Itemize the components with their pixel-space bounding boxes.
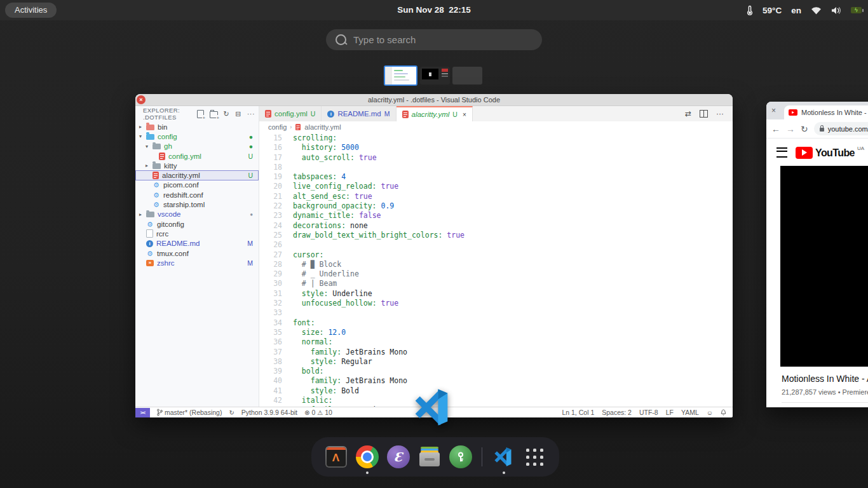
chevron-icon: ▸ bbox=[139, 124, 146, 130]
keyboard-layout[interactable]: en bbox=[791, 6, 801, 15]
workspace-thumbnail-active[interactable] bbox=[384, 65, 417, 86]
line-number: 38 bbox=[259, 357, 293, 367]
split-editor-icon[interactable] bbox=[700, 110, 708, 118]
tree-item-gitconfig[interactable]: ⚙gitconfig bbox=[135, 219, 259, 229]
volume-icon bbox=[831, 6, 841, 15]
dock-item-file-manager[interactable] bbox=[417, 445, 441, 469]
tree-item-rcrc[interactable]: rcrc bbox=[135, 229, 259, 238]
window-close-icon[interactable]: × bbox=[137, 95, 146, 104]
feedback-smiley-icon[interactable]: ☺ bbox=[707, 409, 713, 416]
dock-item-alacritty[interactable]: Λ bbox=[324, 445, 348, 469]
workspace-thumbnail-empty[interactable] bbox=[452, 67, 482, 85]
dock-item-app-grid[interactable] bbox=[523, 445, 546, 469]
explorer-header-label: EXPLORER: .DOTFILES bbox=[143, 107, 197, 121]
chrome-tab-strip: × Motionless In White - ◄) bbox=[766, 102, 868, 119]
tree-item-picom.conf[interactable]: ⚙picom.conf bbox=[135, 180, 259, 190]
code-line-19: 19tabspaces: 4 bbox=[259, 172, 733, 182]
dock-item-vscode[interactable] bbox=[492, 445, 515, 469]
tree-item-alacritty.yml[interactable]: alacritty.ymlU bbox=[135, 170, 259, 180]
refresh-icon[interactable]: ↻ bbox=[224, 111, 230, 118]
line-number: 16 bbox=[259, 143, 293, 152]
status-item[interactable]: YAML bbox=[681, 409, 699, 416]
clock[interactable]: Sun Nov 28 22:15 bbox=[397, 0, 471, 20]
tree-item-starship.toml[interactable]: ⚙starship.toml bbox=[135, 200, 259, 209]
more-actions-icon[interactable]: ··· bbox=[247, 111, 255, 118]
line-number: 23 bbox=[259, 211, 293, 220]
search-input[interactable]: Type to search bbox=[326, 29, 542, 50]
activities-button[interactable]: Activities bbox=[5, 3, 57, 18]
open-changes-icon[interactable]: ⇄ bbox=[685, 109, 691, 118]
youtube-header: YouTube UA bbox=[766, 139, 868, 166]
video-title: Motionless In White - Anot bbox=[782, 374, 868, 384]
git-status-badge: U bbox=[248, 172, 253, 179]
chrome-icon bbox=[356, 445, 379, 468]
notifications-bell-icon[interactable] bbox=[721, 409, 726, 416]
gear-icon: ⚙ bbox=[146, 250, 154, 257]
new-file-icon[interactable] bbox=[197, 110, 204, 118]
vscode-window[interactable]: × alacritty.yml - .dotfiles - Visual Stu… bbox=[135, 94, 733, 417]
tree-item-config.yml[interactable]: config.ymlU bbox=[135, 151, 259, 161]
chrome-active-tab[interactable]: Motionless In White - ◄) bbox=[784, 105, 868, 119]
dock-item-emacs[interactable]: Ɛ bbox=[386, 445, 410, 469]
tree-item-label: starship.toml bbox=[163, 201, 205, 208]
git-branch-status[interactable]: master* (Rebasing) bbox=[157, 409, 222, 416]
battery-charging-icon: ϟ bbox=[851, 7, 862, 13]
video-player[interactable] bbox=[780, 166, 868, 367]
python-interpreter[interactable]: Python 3.9.9 64-bit bbox=[241, 409, 297, 416]
code-line-25: 25draw_bold_text_with_bright_colors: tru… bbox=[259, 231, 733, 240]
sync-icon[interactable]: ↻ bbox=[229, 409, 234, 416]
editor-more-icon[interactable]: ··· bbox=[716, 109, 724, 118]
back-icon[interactable]: ← bbox=[771, 124, 780, 134]
new-folder-icon[interactable] bbox=[210, 111, 218, 118]
tab-close-icon[interactable]: × bbox=[771, 106, 776, 115]
problems-status[interactable]: ⊗0 ⚠10 bbox=[304, 409, 332, 416]
status-item[interactable]: UTF-8 bbox=[639, 409, 658, 416]
youtube-logo[interactable]: YouTube UA bbox=[796, 147, 864, 159]
tab-config-yml[interactable]: config.yml U bbox=[259, 106, 322, 121]
line-number: 22 bbox=[259, 201, 293, 211]
keepassxc-icon bbox=[449, 445, 472, 468]
tab-close-icon[interactable]: × bbox=[463, 111, 466, 118]
vscode-icon bbox=[494, 447, 514, 467]
workspace-thumbnail-youtube[interactable] bbox=[420, 67, 450, 85]
line-number: 35 bbox=[259, 328, 293, 337]
status-item[interactable]: LF bbox=[666, 409, 674, 416]
tree-item-README.md[interactable]: iREADME.mdM bbox=[135, 239, 259, 248]
tree-item-config[interactable]: ▾config● bbox=[135, 132, 259, 141]
tree-item-bin[interactable]: ▸bin bbox=[135, 122, 259, 132]
chevron-icon: ▸ bbox=[139, 212, 146, 217]
temperature-label: 59°C bbox=[763, 6, 782, 15]
forward-icon[interactable]: → bbox=[786, 124, 795, 134]
code-line-34: 34font: bbox=[259, 318, 733, 328]
reload-icon[interactable]: ↻ bbox=[801, 124, 808, 134]
dock-item-google-chrome[interactable] bbox=[355, 445, 379, 469]
dock-item-keepassxc[interactable] bbox=[449, 445, 472, 469]
tree-item-vscode[interactable]: ▸vscode● bbox=[135, 210, 259, 219]
tree-item-redshift.conf[interactable]: ⚙redshift.conf bbox=[135, 190, 259, 200]
code-line-26: 26 bbox=[259, 240, 733, 250]
tab-readme-md[interactable]: i README.md M bbox=[322, 106, 396, 121]
collapse-all-icon[interactable]: ⊟ bbox=[235, 111, 241, 118]
zsh-icon: » bbox=[146, 260, 154, 266]
tree-item-label: rcrc bbox=[156, 230, 168, 238]
remote-indicator[interactable]: >< bbox=[135, 408, 150, 417]
status-item[interactable]: Spaces: 2 bbox=[602, 409, 632, 416]
tree-item-kitty[interactable]: ▸kitty bbox=[135, 161, 259, 170]
tree-item-zshrc[interactable]: »zshrcM bbox=[135, 258, 259, 268]
youtube-play-icon bbox=[796, 147, 813, 159]
tree-item-gh[interactable]: ▾gh● bbox=[135, 142, 259, 151]
emacs-icon: Ɛ bbox=[387, 445, 410, 468]
status-item[interactable]: Ln 1, Col 1 bbox=[562, 409, 594, 416]
line-number: 36 bbox=[259, 337, 293, 347]
chrome-window[interactable]: × Motionless In White - ◄) ← → ↻ youtube… bbox=[766, 102, 868, 407]
tab-alacritty-yml-active[interactable]: alacritty.yml U × bbox=[397, 106, 473, 121]
code-line-22: 22background_opacity: 0.9 bbox=[259, 201, 733, 211]
tree-item-tmux.conf[interactable]: ⚙tmux.conf bbox=[135, 248, 259, 258]
code-editor[interactable]: 15scrolling:16 history: 500017 auto_scro… bbox=[259, 132, 733, 407]
tree-item-label: config.yml bbox=[168, 152, 201, 160]
menu-icon[interactable] bbox=[776, 147, 787, 158]
breadcrumb[interactable]: config › alacritty.yml bbox=[259, 121, 733, 132]
address-bar[interactable]: youtube.com/wa bbox=[814, 122, 868, 135]
system-tray[interactable]: 59°C en ϟ bbox=[747, 0, 862, 20]
chevron-right-icon: › bbox=[290, 124, 292, 130]
